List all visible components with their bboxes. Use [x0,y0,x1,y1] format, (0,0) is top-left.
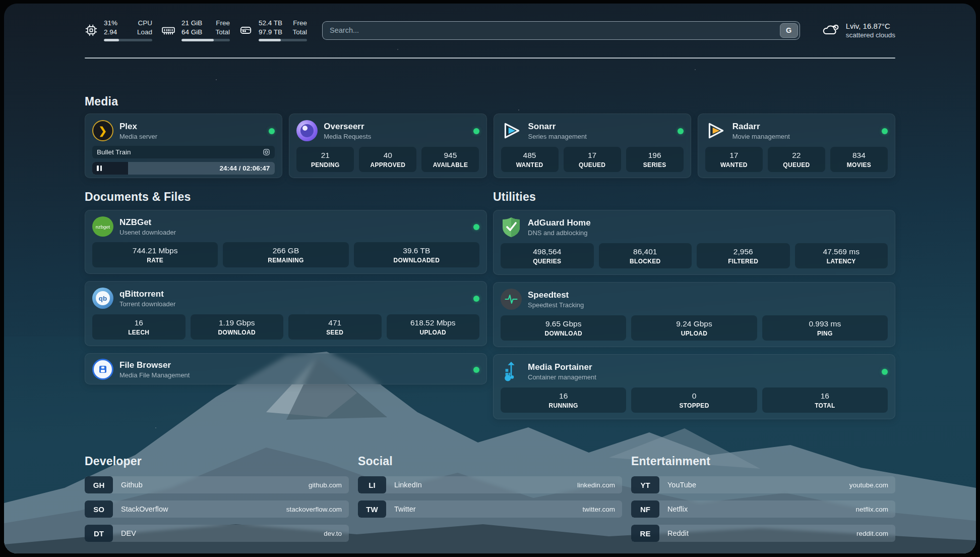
nzbget-status-dot [473,224,479,230]
disk-metric: 52.4 TB97.9 TB FreeTotal [239,19,307,42]
overseerr-logo-icon [296,120,318,141]
system-metrics: 31%2.94 CPULoad 21 GiB64 [85,19,307,42]
stat-box: 40APPROVED [359,147,416,172]
disk-icon [239,24,253,37]
disk-total-value: 97.9 TB [259,28,282,37]
link-netflix[interactable]: NF Netflix netflix.com [631,500,895,518]
stat-box: 945AVAILABLE [421,147,479,172]
stat-box: 0STOPPED [631,387,757,413]
stat-value: 1.19 Gbps [193,318,282,327]
stat-box: 47.569 msLATENCY [795,243,888,268]
stat-value: 22 [770,151,823,160]
section-title-developer: Developer [85,455,349,468]
link-url: youtube.com [849,481,888,489]
stat-label: SEED [290,329,380,336]
stat-value: 86,401 [601,247,690,256]
link-name: YouTube [667,481,696,489]
link-twitter[interactable]: TW Twitter twitter.com [358,500,622,518]
nzbget-title: NZBGet [119,217,176,228]
link-youtube[interactable]: YT YouTube youtube.com [631,476,895,493]
radarr-card[interactable]: Radarr Movie management 17WANTED 22QUEUE… [698,114,895,178]
sonarr-card[interactable]: Sonarr Series management 485WANTED 17QUE… [494,114,691,178]
stat-box: 86,401BLOCKED [599,243,692,268]
stat-label: DOWNLOAD [193,329,282,336]
filebrowser-card[interactable]: File Browser Media File Management [85,353,487,384]
plex-playback-time: 24:44 / 02:06:47 [219,162,270,175]
nzbget-card[interactable]: nzbget NZBGet Usenet downloader 744.21 M… [85,210,487,274]
stat-box: 16TOTAL [762,387,888,413]
stat-value: 618.52 Mbps [389,318,478,327]
sonarr-status-dot [678,128,684,134]
stat-label: RATE [94,257,216,264]
stat-value: 17 [566,151,619,160]
link-name: Netflix [667,505,688,513]
stat-label: WANTED [707,161,761,169]
link-url: dev.to [324,530,342,537]
stat-label: BLOCKED [601,258,690,265]
search-input[interactable] [330,26,780,34]
stat-label: TOTAL [764,402,886,409]
dashboard-window: 31%2.94 CPULoad 21 GiB64 [4,4,976,553]
stat-label: LEECH [94,329,183,336]
memory-metric: 21 GiB64 GiB FreeTotal [161,19,230,42]
adguard-card[interactable]: AdGuard Home DNS and adblocking 498,564Q… [493,210,895,275]
stat-value: 744.21 Mbps [94,246,216,255]
stat-label: QUEUED [770,161,823,169]
media-section: ❯ Plex Media server Bullet Train [85,114,895,178]
section-title-social: Social [358,455,622,468]
stat-box: 17WANTED [705,147,763,172]
plex-card[interactable]: ❯ Plex Media server Bullet Train [85,114,282,178]
stat-label: DOWNLOAD [503,330,624,337]
overseerr-card[interactable]: Overseerr Media Requests 21PENDING 40APP… [289,114,486,178]
filebrowser-status-dot [473,367,479,373]
stat-value: 498,564 [503,247,592,256]
stat-box: 834MOVIES [830,147,888,172]
linkedin-abbr-icon: LI [358,476,386,493]
stat-value: 16 [94,318,183,327]
stat-label: AVAILABLE [423,161,477,169]
speedtest-card[interactable]: Speedtest Speedtest Tracking 9.65 GbpsDO… [493,282,895,347]
link-reddit[interactable]: RE Reddit reddit.com [631,525,895,542]
stat-box: 471SEED [288,314,382,340]
qbittorrent-logo-icon: qb [92,288,113,309]
adguard-logo-icon [501,216,522,238]
plex-status-dot [269,128,275,134]
stat-label: WANTED [503,161,557,169]
filebrowser-logo-icon [92,359,113,380]
cpu-metric: 31%2.94 CPULoad [85,19,152,42]
link-dev[interactable]: DT DEV dev.to [85,525,349,542]
link-url: twitter.com [582,506,615,513]
dev-abbr-icon: DT [85,525,113,542]
portainer-card[interactable]: Media Portainer Container management 16R… [493,354,895,419]
search-bar[interactable]: G [322,21,800,40]
overseerr-status-dot [473,128,479,134]
documents-section: Documents & Files nzbget NZBGet Usenet d… [85,178,487,426]
stat-label: REMAINING [225,257,346,264]
reddit-abbr-icon: RE [631,525,659,542]
link-github[interactable]: GH Github github.com [85,476,349,493]
qbittorrent-card[interactable]: qb qBittorrent Torrent downloader 16LEEC… [85,281,487,346]
qbittorrent-subtitle: Torrent downloader [119,300,175,308]
stat-value: 9.24 Gbps [633,319,755,328]
pause-button[interactable] [97,165,102,171]
stat-value: 945 [423,151,477,160]
stat-box: 485WANTED [501,147,559,172]
portainer-status-dot [882,369,888,375]
cpu-progress-bar [104,39,152,41]
stat-value: 16 [503,392,624,401]
nzbget-subtitle: Usenet downloader [119,229,176,236]
stat-value: 0.993 ms [764,319,886,328]
stat-label: FILTERED [699,258,788,265]
stat-box: 16LEECH [92,314,186,340]
link-url: netflix.com [855,506,888,513]
disk-free-value: 52.4 TB [259,19,282,28]
cpu-label: CPU [137,19,152,28]
stat-label: APPROVED [361,161,414,169]
google-search-button[interactable]: G [780,23,798,38]
link-linkedin[interactable]: LI LinkedIn linkedin.com [358,476,622,493]
link-stackoverflow[interactable]: SO StackOverflow stackoverflow.com [85,500,349,518]
youtube-abbr-icon: YT [631,476,659,493]
link-name: LinkedIn [394,481,422,489]
plex-progress-bar: 24:44 / 02:06:47 [92,162,275,175]
stat-box: 22QUEUED [768,147,825,172]
